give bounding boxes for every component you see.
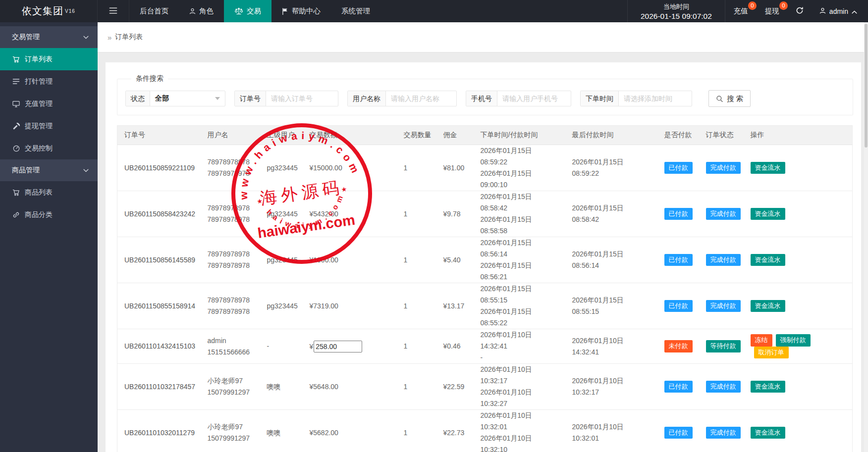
table-row: UB26011508592211097897897897878978978978… — [117, 145, 853, 191]
parent-user-cell: pg323445 — [260, 145, 303, 191]
recharge-button[interactable]: 充值 0 — [725, 0, 757, 22]
column-header-10: 操作 — [744, 126, 853, 145]
status-select-box[interactable]: 全部 — [150, 91, 225, 106]
order-pay-time-cell: 2026年01月15日 08:59:222026年01月15日 09:00:10 — [474, 145, 565, 191]
last-pay-time-cell: 2026年01月10日 10:32:17 — [565, 364, 657, 410]
order-no-cell: UB2601150855158914 — [117, 283, 201, 329]
sidebar-group-0[interactable]: 交易管理 — [0, 26, 98, 48]
order-list-page: { "colors": { "accent": "#009688", "blue… — [0, 0, 868, 452]
order-status-badge: 完成付款 — [706, 300, 741, 312]
action-button-资金流水[interactable]: 资金流水 — [751, 300, 785, 312]
paid-status-badge: 已付款 — [664, 208, 693, 220]
paid-status-badge: 已付款 — [664, 381, 693, 393]
parent-user-cell: - — [260, 329, 303, 364]
time-line: 2026年01月15日 08:58:58 — [481, 214, 558, 237]
link-icon — [12, 211, 20, 218]
time-line: 2026年01月15日 08:56:14 — [481, 237, 558, 260]
sidebar-item-0-1[interactable]: 打针管理 — [0, 70, 98, 93]
search-button[interactable]: 搜 索 — [708, 90, 751, 107]
sidebar-item-label: 商品分类 — [25, 210, 53, 219]
status-selected-value: 全部 — [155, 94, 169, 103]
user-line: 78978978978 — [208, 214, 253, 225]
nav-item-0[interactable]: 后台首页 — [129, 0, 179, 22]
withdraw-badge: 0 — [779, 1, 788, 10]
commission-cell: ¥13.17 — [436, 283, 474, 329]
nav-item-2[interactable]: 交易 — [224, 0, 271, 22]
user-line: 78978978978 — [208, 260, 253, 271]
action-button-资金流水[interactable]: 资金流水 — [751, 427, 785, 439]
sidebar-item-label: 订单列表 — [25, 55, 53, 64]
nav-item-label: 交易 — [247, 6, 261, 16]
table-row: UB2601101032178457小玲老师9715079991297噢噢¥56… — [117, 364, 853, 410]
time-line: 2026年01月15日 08:58:42 — [481, 191, 558, 214]
app-logo-text: 依文集团 — [22, 4, 63, 18]
table-row: UB2601101032011279小玲老师9715079991297噢噢¥56… — [117, 410, 853, 452]
paid-status-cell: 已付款 — [657, 410, 699, 452]
nav-item-3[interactable]: 帮助中心 — [271, 0, 331, 22]
time-line: 2026年01月10日 10:32:17 — [481, 364, 558, 387]
quantity-cell: 1 — [397, 237, 436, 283]
withdraw-label: 提现 — [765, 6, 779, 16]
nav-item-1[interactable]: 角色 — [179, 0, 224, 22]
nav-item-4[interactable]: 系统管理 — [331, 0, 380, 22]
order-list-card: 条件搜索 状态 全部 订单号 用户名称 — [106, 62, 861, 452]
user-cell: admin15151566666 — [201, 329, 260, 364]
sidebar-item-1-0[interactable]: 商品列表 — [0, 181, 98, 203]
time-line: 2026年01月10日 10:32:01 — [481, 410, 558, 433]
orders-table: 订单号用户名上级用户交易数额交易数量佣金下单时间/付款时间最后付款时间是否付款订… — [117, 125, 853, 452]
filter-legend: 条件搜索 — [131, 74, 168, 83]
paid-status-badge: 已付款 — [664, 254, 693, 266]
page-scrollbar-track[interactable] — [864, 22, 868, 452]
top-nav: 后台首页角色交易帮助中心系统管理 — [129, 0, 380, 22]
order-time-input[interactable] — [619, 91, 692, 106]
caret-down-icon — [215, 97, 220, 100]
order-status-cell: 完成付款 — [699, 237, 744, 283]
sidebar-collapse-button[interactable] — [98, 0, 129, 22]
parent-user-cell: 噢噢 — [260, 364, 303, 410]
action-button-资金流水[interactable]: 资金流水 — [751, 208, 785, 220]
column-header-8: 是否付款 — [657, 126, 699, 145]
sidebar-item-1-1[interactable]: 商品分类 — [0, 203, 98, 226]
time-line: 2026年01月15日 08:56:21 — [481, 260, 558, 283]
commission-cell: ¥0.46 — [436, 329, 474, 364]
phone-input[interactable] — [497, 91, 571, 106]
amount-input[interactable] — [314, 341, 362, 352]
sidebar-group-label: 商品管理 — [12, 166, 40, 175]
action-button-资金流水[interactable]: 资金流水 — [751, 254, 785, 266]
page-title: 订单列表 — [115, 33, 143, 42]
sidebar-item-0-4[interactable]: 交易控制 — [0, 137, 98, 159]
user-menu[interactable]: admin — [812, 0, 868, 22]
action-button-强制付款[interactable]: 强制付款 — [776, 334, 811, 346]
quantity-cell: 1 — [397, 364, 436, 410]
actions-cell: 资金流水 — [744, 237, 853, 283]
order-status-cell: 完成付款 — [699, 145, 744, 191]
status-select[interactable]: 状态 全部 — [125, 91, 225, 106]
time-line: 2026年01月15日 08:55:15 — [481, 283, 558, 306]
page-scrollbar-thumb[interactable] — [865, 24, 868, 148]
table-row: UB26011508551589147897897897878978978978… — [117, 283, 853, 329]
parent-user-cell: pg323445 — [260, 283, 303, 329]
parent-user-cell: pg323445 — [260, 191, 303, 237]
withdraw-button[interactable]: 提现 0 — [757, 0, 788, 22]
sidebar-item-0-3[interactable]: 提现管理 — [0, 115, 98, 137]
cart-icon — [12, 189, 20, 196]
filter-row: 状态 全部 订单号 用户名称 手机 — [125, 90, 845, 107]
header-right-section: 当地时间 2026-01-15 09:07:02 充值 0 提现 0 admin — [627, 0, 868, 22]
actions-cell: 资金流水 — [744, 410, 853, 452]
sidebar-group-1[interactable]: 商品管理 — [0, 159, 98, 181]
refresh-button[interactable] — [788, 0, 812, 22]
order-no-label: 订单号 — [235, 91, 266, 106]
order-no-input[interactable] — [266, 91, 338, 106]
breadcrumb: » 订单列表 — [98, 22, 868, 52]
commission-cell: ¥5.40 — [436, 237, 474, 283]
quantity-cell: 1 — [397, 145, 436, 191]
sidebar-item-0-2[interactable]: 充值管理 — [0, 93, 98, 115]
sidebar-item-label: 商品列表 — [25, 188, 53, 197]
action-button-资金流水[interactable]: 资金流水 — [751, 162, 785, 174]
action-button-冻结[interactable]: 冻结 — [751, 334, 772, 346]
chevron-down-icon — [83, 169, 89, 172]
sidebar-item-0-0[interactable]: 订单列表 — [0, 48, 98, 70]
action-button-取消订单[interactable]: 取消订单 — [754, 347, 789, 358]
username-input[interactable] — [386, 91, 456, 106]
action-button-资金流水[interactable]: 资金流水 — [751, 381, 785, 393]
